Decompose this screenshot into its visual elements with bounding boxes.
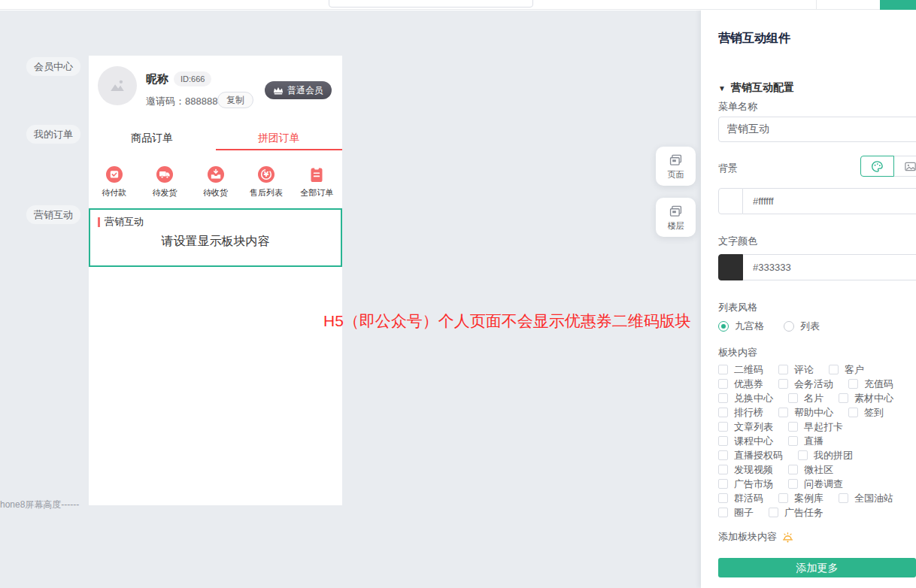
order-item-to-receive[interactable]: 待收货 [190,165,241,199]
menu-name-input[interactable] [718,117,916,142]
checkbox-item-customers[interactable]: 客户 [829,363,864,377]
checkbox-item-coupon[interactable]: 优惠券 [718,377,763,391]
checkbox-item-early-checkin[interactable]: 早起打卡 [788,420,843,434]
save-button[interactable] [880,0,916,10]
radio-list-style[interactable]: 列表 [784,320,820,333]
member-level-label: 普通会员 [287,84,323,97]
checkbox[interactable] [718,465,728,474]
checkbox-item-discover-video[interactable]: 发现视频 [718,463,773,477]
checkbox-row: 圈子 广告任务 [718,505,916,520]
checkbox-label: 微社区 [804,463,833,477]
checkbox-item-signin[interactable]: 签到 [848,406,884,420]
checkbox-item-course-center[interactable]: 课程中心 [718,435,773,448]
background-color-input[interactable] [743,188,916,214]
checkbox[interactable] [829,365,839,374]
checkbox-label: 会务活动 [794,377,833,391]
checkbox[interactable] [718,393,728,403]
add-block-content-row: 添加板块内容 [718,530,794,544]
checkbox-item-circle[interactable]: 圈子 [718,506,754,520]
component-tag-member-center[interactable]: 会员中心 [26,57,80,76]
checkbox-item-business-card[interactable]: 名片 [788,392,823,405]
background-image-mode-button[interactable] [893,156,916,177]
checkbox-item-live-auth-code[interactable]: 直播授权码 [718,449,783,462]
checkbox[interactable] [718,408,728,417]
checkbox-item-qrcode[interactable]: 二维码 [718,363,763,377]
checkbox[interactable] [718,479,728,489]
checkbox-item-recharge-code[interactable]: 充值码 [848,377,893,391]
checkbox-item-survey[interactable]: 问卷调查 [788,477,843,491]
radio-grid-style[interactable]: 九宫格 [718,320,764,333]
checkbox-item-ad-market[interactable]: 广告市场 [718,477,773,491]
checkbox[interactable] [788,422,798,432]
order-item-to-ship[interactable]: 待发货 [139,165,190,199]
checkbox-item-article-list[interactable]: 文章列表 [718,420,773,434]
checkbox-item-comments[interactable]: 评论 [778,363,814,377]
checkbox-row: 兑换中心 名片 素材中心 [718,391,916,405]
text-color-swatch[interactable] [718,254,743,280]
checkbox[interactable] [778,365,788,374]
alarm-icon[interactable] [781,531,794,544]
page-title-input[interactable] [329,0,533,8]
checkbox-item-conference[interactable]: 会务活动 [778,377,833,391]
tab-group-orders[interactable]: 拼团订单 [216,128,343,150]
order-item-label: 待付款 [102,187,126,199]
checkbox[interactable] [848,379,858,389]
checkbox-item-case-library[interactable]: 案例库 [778,492,823,505]
text-color-label: 文字颜色 [718,235,757,248]
checkbox-label: 素材中心 [854,392,893,405]
checkbox-item-ad-task[interactable]: 广告任务 [769,506,823,520]
checkbox[interactable] [718,422,728,432]
checkbox[interactable] [778,493,788,503]
checkbox-label: 兑换中心 [734,392,773,405]
section-header-marketing-config[interactable]: ▼ 营销互动配置 [718,81,794,95]
component-tag-marketing[interactable]: 营销互动 [26,205,80,224]
checkbox-item-help-center[interactable]: 帮助中心 [778,406,833,420]
checkbox[interactable] [788,393,798,403]
checkbox-item-exchange-center[interactable]: 兑换中心 [718,392,773,405]
checkbox[interactable] [798,450,808,460]
text-color-input[interactable] [743,254,916,280]
order-item-pending-payment[interactable]: 待付款 [89,165,139,199]
checkbox-item-ranking[interactable]: 排行榜 [718,406,763,420]
checkbox-item-group-live-code[interactable]: 群活码 [718,492,763,505]
checkbox-item-national-gas[interactable]: 全国油站 [839,492,893,505]
checkbox-item-micro-community[interactable]: 微社区 [788,463,833,477]
checkbox[interactable] [788,465,798,474]
background-color-mode-button[interactable] [860,156,894,177]
order-item-all-orders[interactable]: 全部订单 [292,165,342,199]
checkbox-label: 排行榜 [734,406,763,420]
checkbox[interactable] [848,408,858,417]
checkbox-label: 群活码 [734,492,763,505]
component-tag-my-orders[interactable]: 我的订单 [26,125,80,144]
checkbox[interactable] [718,493,728,503]
checkbox[interactable] [769,508,778,517]
checkbox-item-material-center[interactable]: 素材中心 [839,392,893,405]
page-settings-button[interactable]: 页面 [656,147,696,186]
checkbox[interactable] [778,379,788,389]
checkbox[interactable] [718,508,728,517]
background-color-swatch[interactable] [718,188,743,214]
marketing-block-selected[interactable]: 营销互动 请设置显示板块内容 [89,208,342,267]
checkbox[interactable] [718,450,728,460]
checkbox-item-my-group[interactable]: 我的拼团 [798,449,853,462]
checkbox[interactable] [718,379,728,389]
checkbox[interactable] [839,493,848,503]
checkbox-label: 签到 [864,406,884,420]
order-item-aftersale-list[interactable]: ¥ 售后列表 [241,165,291,199]
member-level-badge: 普通会员 [265,81,332,99]
checkbox[interactable] [788,479,798,489]
checkbox[interactable] [778,408,788,417]
checkbox-label: 客户 [845,363,864,377]
tab-goods-orders[interactable]: 商品订单 [89,128,216,150]
checkbox-item-live[interactable]: 直播 [788,435,823,448]
copy-button[interactable]: 复制 [217,92,253,108]
invite-code-row: 邀请码：888888 [146,95,217,108]
avatar [98,66,137,105]
checkbox[interactable] [718,365,728,374]
floor-settings-button[interactable]: 楼层 [656,198,696,237]
checkbox[interactable] [839,393,848,403]
checkbox[interactable] [718,436,728,446]
add-more-button[interactable]: 添加更多 [718,558,916,577]
checkbox-label: 全国油站 [854,492,893,505]
checkbox[interactable] [788,436,798,446]
